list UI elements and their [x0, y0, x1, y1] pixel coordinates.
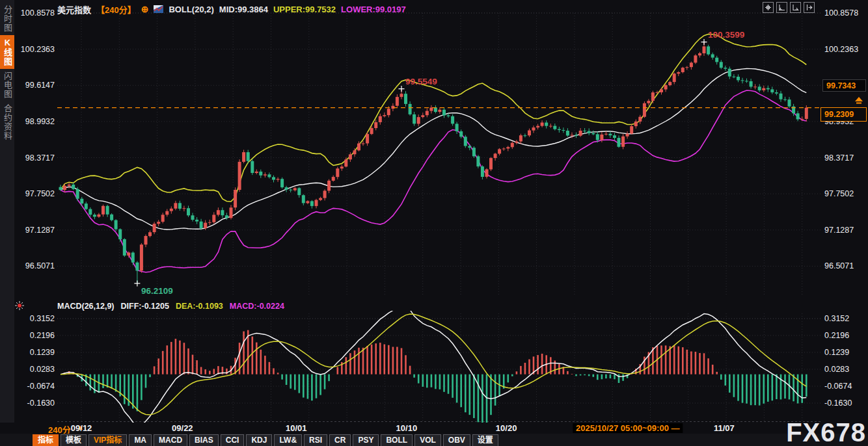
- macd-diff-value: DIFF:-0.1205: [121, 302, 169, 311]
- shift-right-icon[interactable]: [804, 2, 815, 13]
- sidebar-item-0[interactable]: 分时图: [0, 3, 14, 35]
- right-axis-label: 0.3152: [824, 314, 866, 323]
- left-axis-label: 96.5071: [16, 261, 55, 270]
- sidebar-item-2[interactable]: 闪电图: [0, 69, 14, 101]
- bottom-toolbar-button-4[interactable]: MACD: [154, 434, 187, 446]
- boll-upper-value: UPPER:99.7532: [273, 5, 336, 14]
- left-axis-label: 98.3717: [16, 153, 55, 163]
- boll-params-label: BOLL(20,2): [169, 5, 213, 14]
- chart-window-controls: [763, 2, 815, 13]
- bottom-toolbar-button-15[interactable]: 设置: [472, 434, 498, 446]
- right-axis-label: 96.5071: [824, 261, 866, 270]
- left-axis-label: 100.2363: [16, 45, 55, 54]
- svg-text:99.5549: 99.5549: [405, 77, 437, 86]
- bottom-toolbar-button-6[interactable]: CCI: [221, 434, 245, 446]
- date-tick-label: 10/20: [496, 423, 517, 433]
- bottom-toolbar-button-9[interactable]: RSI: [304, 434, 327, 446]
- upper-band-price-tag: 99.7343: [822, 79, 866, 92]
- date-tick-label: 11/07: [714, 423, 735, 433]
- pan-tool-icon[interactable]: [763, 2, 774, 13]
- last-price-tag: 99.2309: [821, 107, 867, 122]
- bottom-toolbar: 指标模板VIP指标MAMACDBIASCCIKDJLW&RSICRPSYBOLL…: [33, 434, 498, 446]
- boll-mid-value: MID:99.3864: [219, 5, 268, 14]
- fx678-watermark: FX678: [786, 419, 866, 446]
- sidebar-item-3[interactable]: 合约资料: [0, 101, 14, 143]
- left-axis-label: 97.1287: [16, 226, 55, 235]
- crosshair-date-tooltip: 2025/10/27 05:00~09:00 —: [573, 423, 683, 433]
- macd-pane-indicator-icon[interactable]: [14, 300, 25, 311]
- bottom-toolbar-button-7[interactable]: KDJ: [246, 434, 272, 446]
- zoom-x-axis-icon[interactable]: [776, 2, 787, 13]
- macd-info-bar: MACD(26,12,9) DIFF:-0.1205 DEA:-0.1093 M…: [57, 302, 284, 311]
- boll-lower-value: LOWER:99.0197: [341, 5, 406, 14]
- left-axis-label: 100.8578: [16, 8, 55, 18]
- kline-chart-app: 99.5549100.359996.2109 分时图K线图闪电图合约资料 美元指…: [0, 0, 868, 446]
- bottom-toolbar-button-8[interactable]: LW&: [274, 434, 302, 446]
- orange-up-flag-icon: [854, 96, 863, 108]
- right-axis-label: 97.7502: [824, 189, 866, 198]
- svg-text:96.2109: 96.2109: [141, 286, 173, 296]
- mini-line-chart-icon[interactable]: [154, 5, 163, 13]
- macd-dea-value: DEA:-0.1093: [176, 302, 223, 311]
- chart-info-bar: 美元指数 【240分】 ⊕ BOLL(20,2) MID:99.3864 UPP…: [57, 3, 406, 15]
- bottom-toolbar-button-3[interactable]: MA: [129, 434, 152, 446]
- left-axis-label: -0.1630: [16, 399, 55, 408]
- bottom-toolbar-button-2[interactable]: VIP指标: [88, 434, 127, 446]
- right-axis-label: -0.1630: [824, 399, 866, 408]
- macd-params-label: MACD(26,12,9): [57, 302, 115, 311]
- period-badge[interactable]: 【240分】: [96, 3, 136, 16]
- left-sidebar: 分时图K线图闪电图合约资料: [0, 0, 14, 423]
- bottom-toolbar-button-10[interactable]: CR: [329, 434, 351, 446]
- left-axis-label: 0.3152: [16, 314, 55, 323]
- left-axis-label: 97.7502: [16, 189, 55, 198]
- bottom-toolbar-button-0[interactable]: 指标: [33, 434, 59, 446]
- left-axis-label: 0.0283: [16, 365, 55, 374]
- right-axis-label: 97.1287: [824, 226, 866, 235]
- bottom-toolbar-button-13[interactable]: VOL: [414, 434, 441, 446]
- right-axis-label: 0.1239: [824, 348, 866, 357]
- left-axis-label: 98.9932: [16, 117, 55, 126]
- right-axis-label: 98.3717: [824, 153, 866, 163]
- sidebar-item-1[interactable]: K线图: [0, 35, 14, 69]
- date-tick-label: 09/12: [71, 423, 92, 433]
- macd-macd-value: MACD:-0.0224: [230, 302, 284, 311]
- left-axis-label: -0.0674: [16, 382, 55, 391]
- svg-text:100.3599: 100.3599: [708, 30, 744, 40]
- zoom-y-axis-icon[interactable]: [790, 2, 801, 13]
- symbol-name: 美元指数: [57, 3, 91, 16]
- bottom-toolbar-button-1[interactable]: 模板: [61, 434, 87, 446]
- chart-canvas[interactable]: 99.5549100.359996.2109: [0, 0, 868, 446]
- bottom-toolbar-button-5[interactable]: BIAS: [189, 434, 219, 446]
- date-tick-label: 10/10: [396, 423, 418, 433]
- bottom-toolbar-button-11[interactable]: PSY: [353, 434, 379, 446]
- date-axis-row: 240分 ▲ 09/1209/2210/0110/1010/202025/10/…: [0, 423, 868, 434]
- bottom-toolbar-button-12[interactable]: BOLL: [381, 434, 413, 446]
- date-tick-label: 10/01: [286, 423, 307, 433]
- left-axis-label: 99.6147: [16, 81, 55, 90]
- right-axis-label: 100.8578: [824, 8, 866, 18]
- date-tick-label: 09/22: [172, 423, 193, 433]
- right-axis-label: 0.2196: [824, 331, 866, 340]
- left-axis-label: 0.2196: [16, 331, 55, 340]
- right-axis-label: 0.0283: [824, 365, 866, 374]
- right-axis-label: -0.0674: [824, 382, 866, 391]
- right-axis-label: 100.2363: [824, 45, 866, 54]
- left-axis-label: 0.1239: [16, 348, 55, 357]
- circle-plus-icon[interactable]: ⊕: [141, 4, 149, 14]
- bottom-toolbar-button-14[interactable]: OBV: [443, 434, 470, 446]
